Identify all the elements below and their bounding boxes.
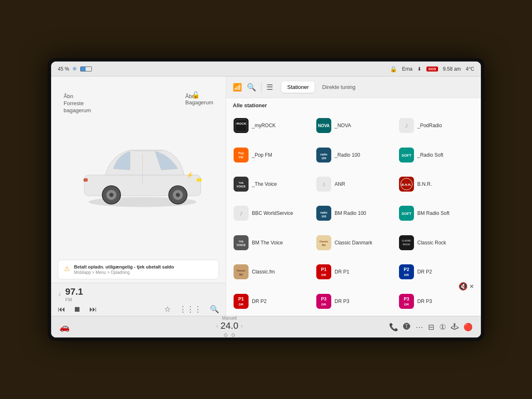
- svg-text:NOVA: NOVA: [318, 123, 330, 128]
- tesla-t-icon[interactable]: 🅣: [403, 323, 411, 331]
- station-bnr[interactable]: B.N.R. B.N.R.: [395, 170, 478, 199]
- svg-text:VOICE: VOICE: [236, 244, 246, 246]
- station-dr-p1[interactable]: P1DR DR P1: [312, 257, 395, 286]
- svg-text:P3: P3: [404, 296, 409, 301]
- svg-text:CLASSIC: CLASSIC: [402, 239, 411, 242]
- temp-display-top: 4°C: [466, 66, 474, 72]
- svg-text:radio: radio: [320, 211, 327, 214]
- station-name-drp1: DR P1: [335, 269, 349, 275]
- station-my-rock[interactable]: ·ROCK _myROCK: [229, 111, 312, 140]
- station-classic-fm[interactable]: Classicfm Classic.fm: [229, 257, 312, 286]
- station-dr-p3[interactable]: P3DR DR P3: [312, 287, 395, 316]
- station-name-bmthevoice: BM The Voice: [252, 240, 283, 246]
- time-display: 9.58 am: [443, 66, 461, 72]
- car-illustration: ⚡: [72, 125, 213, 208]
- prev-track-button[interactable]: ⏮: [58, 305, 65, 314]
- station-podradio[interactable]: ♪ _PodRadio: [395, 111, 478, 140]
- next-track-button[interactable]: ⏭: [89, 305, 97, 314]
- bottom-right: 📞 🅣 ⋯ ⊟ ① 🕹 🔴: [389, 323, 473, 332]
- status-bar: 45 % ❄ 🔒 Erna ⬇ SOS 9.58 am 4°C: [51, 62, 481, 76]
- alert-text: Betalt opladn. utilgængelig - tjek ubeta…: [74, 264, 174, 275]
- station-name-radiosoft: _Radio Soft: [417, 152, 443, 158]
- open-front-label[interactable]: ÅbnForrestebagagerum: [64, 93, 91, 114]
- station-logo-drp2right: P2DR: [399, 264, 414, 279]
- favorite-button[interactable]: ☆: [164, 305, 171, 314]
- station-name-drp3right: DR P3: [417, 298, 432, 304]
- station-logo-anr: ♪: [316, 177, 331, 192]
- station-bm-radio100[interactable]: radio100 BM Radio 100: [312, 199, 395, 228]
- alert-title: Betalt opladn. utilgængelig - tjek ubeta…: [74, 264, 174, 269]
- card-icon[interactable]: ⊟: [428, 323, 434, 332]
- svg-text:P3: P3: [321, 296, 326, 301]
- radio-tabs: Stationer Direkte tuning: [281, 81, 361, 93]
- station-dr-p3-right[interactable]: P3DR DR P3: [395, 287, 478, 316]
- temp-right-arrow[interactable]: ›: [241, 323, 243, 329]
- search-icon[interactable]: 🔍: [247, 83, 256, 92]
- svg-text:Pop: Pop: [238, 152, 244, 155]
- station-name-bmradiosoft: BM Radio Soft: [417, 210, 449, 216]
- games-icon[interactable]: 🕹: [451, 323, 458, 331]
- snowflake-icon: ❄: [72, 66, 77, 72]
- svg-text:FM: FM: [239, 156, 243, 159]
- temperature-display: ‹ 24.0 ›: [216, 320, 243, 331]
- divider: [261, 82, 261, 92]
- svg-text:DR: DR: [404, 303, 409, 306]
- svg-rect-12: [234, 118, 249, 133]
- station-logo-drp3right: P3DR: [399, 294, 414, 309]
- screen-bezel: 45 % ❄ 🔒 Erna ⬇ SOS 9.58 am 4°C ÅbnForre…: [48, 58, 484, 341]
- car-svg-container: ⚡: [72, 125, 205, 217]
- temp-left-arrow[interactable]: ‹: [216, 323, 218, 329]
- svg-text:100: 100: [321, 157, 326, 160]
- sos-badge: SOS: [426, 66, 438, 71]
- station-logo-bmradio100: radio100: [316, 206, 331, 221]
- station-name-classicdk: Classic Danmark: [335, 240, 372, 246]
- station-bm-radio-soft[interactable]: SOFT BM Radio Soft: [395, 199, 478, 228]
- more-icon[interactable]: ⋯: [416, 323, 423, 332]
- station-radio100[interactable]: radio100 _Radio 100: [312, 140, 395, 169]
- phone-icon[interactable]: 📞: [389, 323, 398, 332]
- search-media-button[interactable]: 🔍: [210, 305, 219, 314]
- close-sound-button[interactable]: ✕: [469, 283, 474, 290]
- list-icon[interactable]: ☰: [266, 83, 273, 92]
- station-classic-rock[interactable]: CLASSICROCK Classic Rock: [395, 228, 478, 257]
- bottom-center: Manuelt ‹ 24.0 › ⊙ ⊙: [216, 316, 243, 337]
- station-the-voice[interactable]: THEVOICE _The Voice: [229, 170, 312, 199]
- mute-icon[interactable]: 🔇: [458, 282, 468, 291]
- main-content: ÅbnForrestebagagerum ÅbnBagagerum 🔓: [51, 76, 481, 316]
- left-panel: ÅbnForrestebagagerum ÅbnBagagerum 🔓: [51, 76, 226, 316]
- station-nova[interactable]: NOVA _NOVA: [312, 111, 395, 140]
- status-left: 45 % ❄: [58, 66, 92, 72]
- station-bbc[interactable]: ♪ BBC WorldService: [229, 199, 312, 228]
- lock-icon: 🔒: [390, 66, 397, 72]
- svg-text:fm: fm: [239, 273, 243, 276]
- station-radio-soft[interactable]: SOFT _Radio Soft: [395, 140, 478, 169]
- svg-text:⚡: ⚡: [186, 172, 194, 179]
- alert-box: ⚠ Betalt opladn. utilgængelig - tjek ube…: [58, 260, 219, 279]
- station-name-radio100: _Radio 100: [335, 152, 360, 158]
- stations-section-label: Alle stationer: [226, 98, 481, 111]
- svg-text:fm: fm: [322, 244, 326, 246]
- stop-button[interactable]: ⏹: [74, 305, 81, 314]
- number-icon[interactable]: ①: [439, 323, 446, 332]
- media-note-icon: ♪: [58, 291, 61, 298]
- station-logo-thevoice: THEVOICE: [234, 177, 249, 192]
- svg-text:P1: P1: [238, 296, 244, 301]
- station-logo-drp1: P1DR: [316, 264, 331, 279]
- equalizer-button[interactable]: ⋮⋮⋮: [179, 305, 202, 314]
- tab-stationer[interactable]: Stationer: [281, 81, 315, 93]
- apps-icon[interactable]: 🔴: [463, 323, 473, 332]
- svg-text:radio: radio: [320, 153, 327, 156]
- station-anr[interactable]: ♪ ANR: [312, 170, 395, 199]
- station-dr-p2[interactable]: P1DR DR P2: [229, 287, 312, 316]
- media-type: FM: [65, 297, 83, 302]
- volume-area[interactable]: 🔇 ✕: [458, 282, 474, 291]
- tab-direkte-tuning[interactable]: Direkte tuning: [316, 81, 361, 93]
- station-bm-thevoice[interactable]: THEVOICE BM The Voice: [229, 228, 312, 257]
- svg-text:DR: DR: [239, 303, 244, 306]
- station-name-anr: ANR: [335, 181, 345, 187]
- station-pop-fm[interactable]: PopFM _Pop FM: [229, 140, 312, 169]
- station-name-nova: _NOVA: [335, 123, 351, 128]
- station-logo-drp2: P1DR: [234, 294, 249, 309]
- station-name-bnr: B.N.R.: [417, 181, 432, 187]
- station-classic-dk[interactable]: Classicfm Classic Danmark: [312, 228, 395, 257]
